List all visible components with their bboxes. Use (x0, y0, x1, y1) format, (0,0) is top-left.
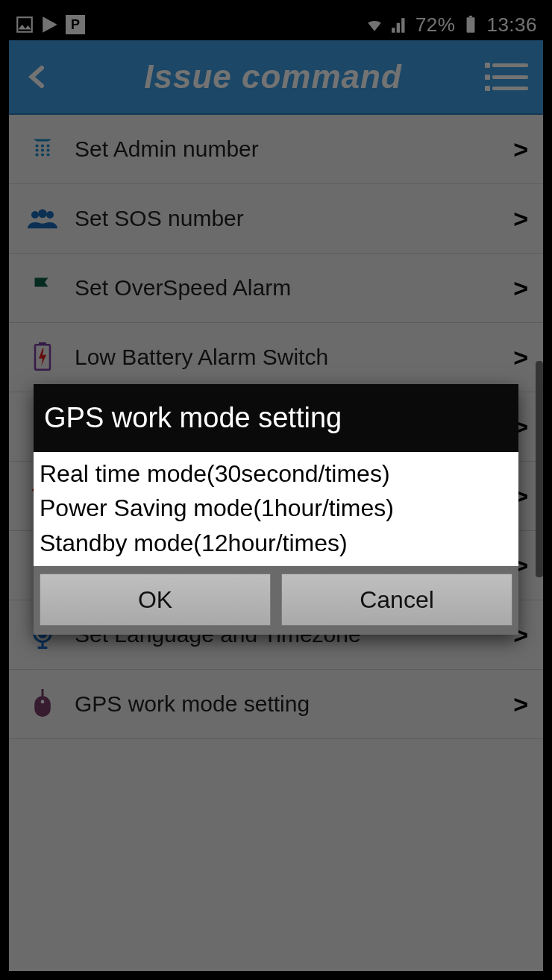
dialog-option-standby[interactable]: Standby mode(12hour/times) (40, 526, 512, 560)
gps-mode-dialog: GPS work mode setting Real time mode(30s… (34, 384, 518, 635)
dialog-title: GPS work mode setting (34, 384, 518, 452)
dialog-option-powersaving[interactable]: Power Saving mode(1hour/times) (40, 491, 512, 525)
modal-overlay: GPS work mode setting Real time mode(30s… (9, 9, 543, 971)
dialog-option-realtime[interactable]: Real time mode(30second/times) (40, 456, 512, 491)
dialog-body: Real time mode(30second/times) Power Sav… (34, 452, 518, 566)
ok-button[interactable]: OK (40, 574, 271, 626)
cancel-button[interactable]: Cancel (281, 574, 512, 626)
